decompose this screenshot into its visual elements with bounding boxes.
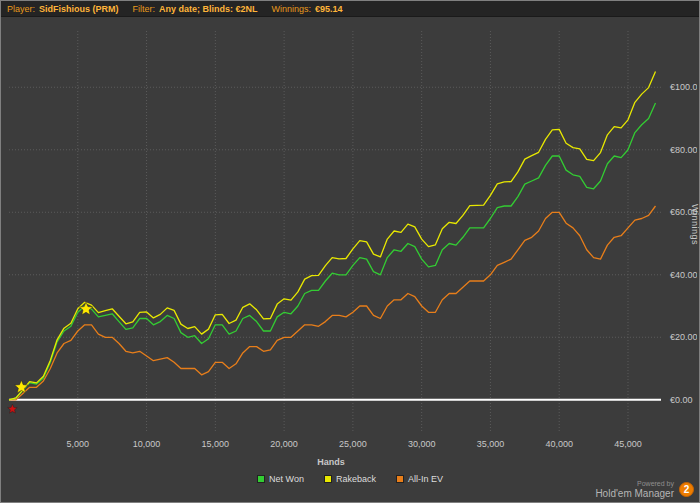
filter-info: Filter: Any date; Blinds: €2NL [133, 4, 258, 14]
svg-text:€100.00: €100.00 [670, 82, 697, 92]
rakeback-swatch-icon [324, 475, 332, 483]
svg-text:€40.00: €40.00 [670, 270, 697, 280]
svg-text:€20.00: €20.00 [670, 332, 697, 342]
svg-text:€0.00: €0.00 [670, 395, 693, 405]
brand-name: Hold'em Manager [595, 488, 674, 499]
chart-region: 5,00010,00015,00020,00025,00030,00035,00… [5, 23, 697, 468]
chart-legend: Net Won Rakeback All-In EV [1, 474, 699, 484]
player-label: Player: [7, 4, 35, 14]
filter-value: Any date; Blinds: €2NL [159, 4, 258, 14]
y-axis-title: Winnings [689, 200, 700, 250]
winnings-value: €95.14 [315, 4, 343, 14]
svg-text:€80.00: €80.00 [670, 145, 697, 155]
svg-text:20,000: 20,000 [270, 439, 298, 449]
svg-text:25,000: 25,000 [339, 439, 367, 449]
winnings-info: Winnings: €95.14 [272, 4, 343, 14]
hm2-logo-icon: 2 [679, 482, 694, 497]
filter-label: Filter: [133, 4, 156, 14]
powered-by-text: Powered by Hold'em Manager [595, 480, 674, 499]
powered-by-label: Powered by [637, 480, 674, 488]
legend-label-rakeback: Rakeback [336, 474, 376, 484]
net-won-swatch-icon [257, 475, 265, 483]
winnings-label: Winnings: [272, 4, 312, 14]
svg-text:5,000: 5,000 [67, 439, 90, 449]
svg-text:10,000: 10,000 [133, 439, 161, 449]
legend-label-net-won: Net Won [269, 474, 304, 484]
player-value: SidFishious (PRM) [39, 4, 119, 14]
legend-label-all-in-ev: All-In EV [408, 474, 443, 484]
legend-item-net-won: Net Won [257, 474, 304, 484]
player-info: Player: SidFishious (PRM) [7, 4, 119, 14]
svg-text:15,000: 15,000 [202, 439, 230, 449]
svg-text:45,000: 45,000 [614, 439, 642, 449]
svg-text:40,000: 40,000 [545, 439, 573, 449]
svg-text:30,000: 30,000 [408, 439, 436, 449]
all-in-ev-swatch-icon [396, 475, 404, 483]
legend-item-rakeback: Rakeback [324, 474, 376, 484]
holdem-manager-graph-window: Player: SidFishious (PRM) Filter: Any da… [0, 0, 700, 503]
winnings-chart: 5,00010,00015,00020,00025,00030,00035,00… [5, 23, 697, 468]
svg-text:35,000: 35,000 [477, 439, 505, 449]
legend-item-all-in-ev: All-In EV [396, 474, 443, 484]
x-axis-title: Hands [5, 457, 657, 467]
filter-status-bar: Player: SidFishious (PRM) Filter: Any da… [1, 1, 699, 17]
powered-by-block: Powered by Hold'em Manager 2 [595, 480, 694, 499]
